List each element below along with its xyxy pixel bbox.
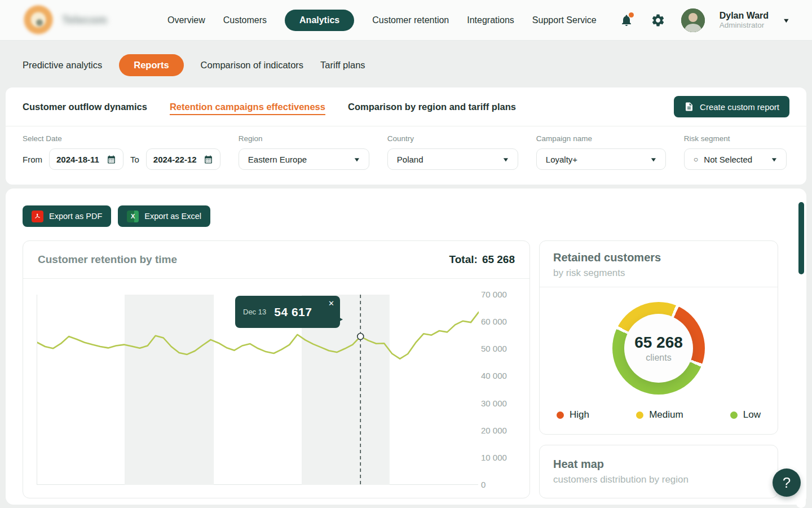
risk-donut-chart[interactable]: 65 268 clients xyxy=(612,302,705,395)
campaign-filter-label: Campaign name xyxy=(536,134,666,143)
y-axis-tick: 30 000 xyxy=(481,398,520,408)
tab-reports[interactable]: Reports xyxy=(119,54,183,76)
nav-item-overview[interactable]: Overview xyxy=(167,10,205,31)
nav-item-analytics[interactable]: Analytics xyxy=(285,10,354,31)
legend-dot xyxy=(557,411,564,419)
export-excel-button[interactable]: X Export as Excel xyxy=(118,205,210,227)
y-axis-tick: 50 000 xyxy=(481,344,520,353)
tab-tariff-plans[interactable]: Tariff plans xyxy=(320,60,365,71)
y-axis-tick: 0 xyxy=(481,480,520,489)
risk-select-value: Not Selected xyxy=(704,155,752,164)
to-label: To xyxy=(130,155,139,164)
legend-item-medium: Medium xyxy=(636,409,683,421)
heat-map-subtitle: customers distribution by region xyxy=(553,474,764,485)
nav-item-support-service[interactable]: Support Service xyxy=(532,10,597,31)
top-navbar: Telecom OverviewCustomersAnalyticsCustom… xyxy=(0,0,812,41)
notifications-button[interactable] xyxy=(618,12,635,29)
date-from-value: 2024-18-11 xyxy=(56,155,99,164)
region-filter: Region Eastern Europe ▼ xyxy=(239,134,369,170)
retention-chart-title: Customer retention by time xyxy=(38,253,177,266)
create-custom-report-button[interactable]: Create custom report xyxy=(674,96,789,117)
tab-comparison-of-indicators[interactable]: Comparison of indicators xyxy=(201,60,304,71)
question-mark-icon: ? xyxy=(783,474,791,492)
user-name: Dylan Ward xyxy=(720,10,769,21)
nav-item-integrations[interactable]: Integrations xyxy=(467,10,514,31)
retained-customers-subtitle: by risk segments xyxy=(553,268,764,279)
scrollbar-thumb[interactable] xyxy=(798,202,804,274)
date-filter: Select Date From 2024-18-11 To 2024-22-1… xyxy=(23,134,220,170)
chevron-down-icon: ▼ xyxy=(770,156,778,163)
country-filter-label: Country xyxy=(387,134,518,143)
y-axis-tick: 60 000 xyxy=(481,317,520,326)
legend-label: Medium xyxy=(649,409,683,421)
settings-button[interactable] xyxy=(650,12,667,29)
risk-filter-label: Risk segment xyxy=(684,134,787,143)
user-role: Administrator xyxy=(720,21,769,30)
heat-map-title: Heat map xyxy=(553,458,764,471)
retained-customers-title: Retained customers xyxy=(553,251,764,264)
export-pdf-label: Export as PDF xyxy=(49,212,102,221)
retention-chart-total: Total: 65 268 xyxy=(449,253,515,266)
document-icon xyxy=(684,102,694,112)
tooltip-date: Dec 13 xyxy=(243,308,266,316)
nav-item-customer-retention[interactable]: Customer retention xyxy=(372,10,449,31)
campaign-select[interactable]: Loyalty+ ▼ xyxy=(536,148,666,170)
campaign-filter: Campaign name Loyalty+ ▼ xyxy=(536,134,666,170)
y-axis-tick: 70 000 xyxy=(481,290,520,299)
legend-item-high: High xyxy=(557,409,589,421)
brand: Telecom xyxy=(23,5,144,36)
country-select[interactable]: Poland ▼ xyxy=(387,148,518,170)
country-filter: Country Poland ▼ xyxy=(387,134,518,170)
region-select[interactable]: Eastern Europe ▼ xyxy=(239,148,369,170)
chevron-down-icon: ▼ xyxy=(650,156,657,163)
filters-row: Select Date From 2024-18-11 To 2024-22-1… xyxy=(6,126,806,185)
report-tab-comparison-by-region-and-tariff-plans[interactable]: Comparison by region and tariff plans xyxy=(348,102,516,112)
legend-label: Low xyxy=(743,409,761,421)
risk-select[interactable]: ○ Not Selected ▼ xyxy=(684,148,787,170)
region-filter-label: Region xyxy=(239,134,369,143)
risk-filter: Risk segment ○ Not Selected ▼ xyxy=(684,134,787,170)
main-nav: OverviewCustomersAnalyticsCustomer reten… xyxy=(167,10,597,31)
calendar-icon xyxy=(204,155,213,164)
brand-logo-icon xyxy=(23,5,54,36)
chart-tooltip: Dec 13 54 617 ✕ xyxy=(235,296,340,328)
date-filter-label: Select Date xyxy=(23,134,220,143)
date-from-input[interactable]: 2024-18-11 xyxy=(49,148,123,170)
country-select-value: Poland xyxy=(397,155,423,164)
tab-predictive-analytics[interactable]: Predictive analytics xyxy=(23,60,102,71)
help-button[interactable]: ? xyxy=(773,468,801,497)
from-label: From xyxy=(23,155,42,164)
legend-label: High xyxy=(570,409,589,421)
nav-item-customers[interactable]: Customers xyxy=(223,10,267,31)
export-excel-label: Export as Excel xyxy=(144,212,201,221)
report-tabs: Customer outflow dynamicsRetention campa… xyxy=(6,87,806,126)
total-value: 65 268 xyxy=(482,253,515,266)
create-custom-report-label: Create custom report xyxy=(700,102,779,112)
export-pdf-button[interactable]: Export as PDF xyxy=(23,205,111,227)
heat-map-card: Heat map customers distribution by regio… xyxy=(539,445,778,498)
user-menu-chevron-down-icon[interactable]: ▼ xyxy=(782,17,790,24)
calendar-icon xyxy=(107,155,116,164)
brand-name: Telecom xyxy=(62,14,107,27)
donut-center-value: 65 268 xyxy=(634,334,683,352)
report-tab-customer-outflow-dynamics[interactable]: Customer outflow dynamics xyxy=(23,102,147,112)
circle-outline-icon: ○ xyxy=(694,155,698,164)
retained-customers-card: Retained customers by risk segments 65 2… xyxy=(539,240,778,435)
donut-center-label: clients xyxy=(646,353,671,363)
close-icon[interactable]: ✕ xyxy=(328,299,334,308)
analytics-tabs: Predictive analyticsReportsComparison of… xyxy=(0,41,812,87)
export-buttons: Export as PDF X Export as Excel xyxy=(23,205,789,227)
header-actions: Dylan Ward Administrator ▼ xyxy=(618,8,789,32)
main-content: Export as PDF X Export as Excel Customer… xyxy=(6,189,806,505)
legend-item-low: Low xyxy=(730,409,761,421)
tooltip-value: 54 617 xyxy=(274,305,312,319)
report-tab-retention-campaigns-effectiveness[interactable]: Retention campaigns effectiveness xyxy=(170,102,325,112)
total-label: Total: xyxy=(449,253,478,266)
chevron-down-icon: ▼ xyxy=(353,156,361,163)
y-axis-tick: 10 000 xyxy=(481,453,520,462)
avatar[interactable] xyxy=(681,8,705,32)
scrollbar-track[interactable] xyxy=(796,196,806,508)
date-to-input[interactable]: 2024-22-12 xyxy=(146,148,220,170)
notification-badge xyxy=(629,12,634,17)
user-info: Dylan Ward Administrator xyxy=(720,10,769,30)
